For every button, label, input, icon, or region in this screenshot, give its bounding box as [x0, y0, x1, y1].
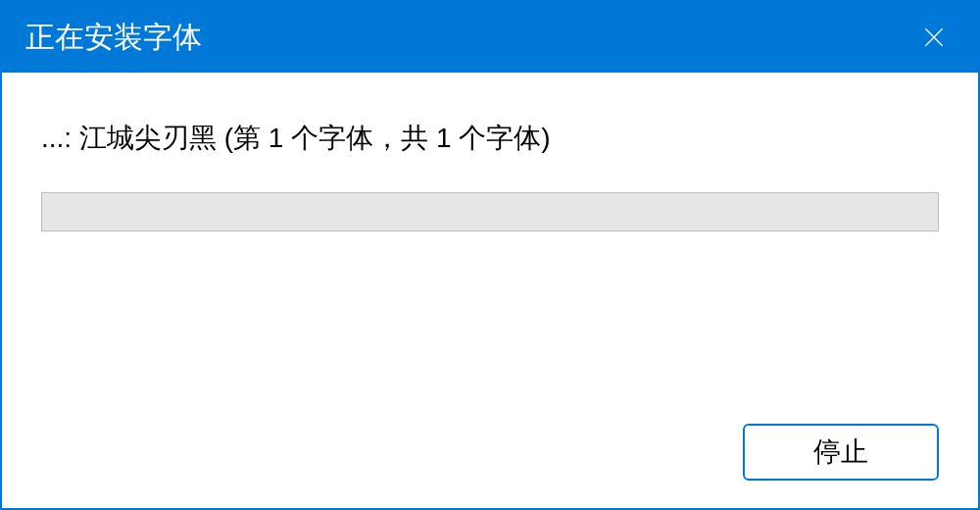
progress-bar [41, 192, 939, 231]
install-font-dialog: 正在安装字体 ...: 江城尖刃黑 (第 1 个字体，共 1 个字体) 停止 [0, 0, 980, 510]
close-button[interactable] [890, 2, 978, 73]
dialog-title: 正在安装字体 [25, 18, 202, 58]
button-row: 停止 [743, 424, 939, 481]
titlebar: 正在安装字体 [2, 2, 978, 73]
stop-button[interactable]: 停止 [743, 424, 939, 481]
install-status-text: ...: 江城尖刃黑 (第 1 个字体，共 1 个字体) [41, 120, 939, 157]
dialog-content: ...: 江城尖刃黑 (第 1 个字体，共 1 个字体) 停止 [2, 73, 978, 508]
close-icon [921, 25, 947, 50]
